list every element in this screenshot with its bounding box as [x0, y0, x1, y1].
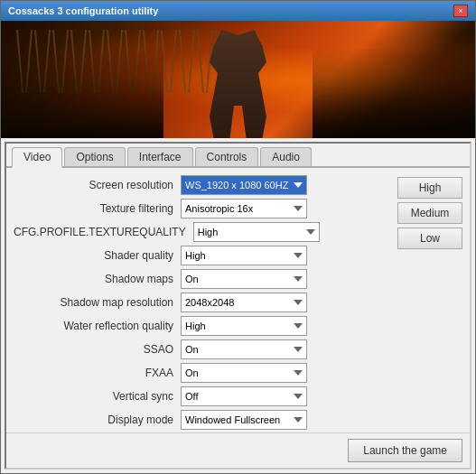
control-shadow-map-resolution: 2048x2048 1024x1024 512x512 [181, 293, 390, 312]
launch-button[interactable]: Launch the game [348, 439, 462, 462]
setting-row-screen-resolution: Screen resolution WS_1920 x 1080 60HZ 19… [14, 175, 390, 195]
setting-row-display-mode: Display mode Windowed Fullscreen Fullscr… [14, 410, 390, 430]
hero-image [1, 21, 475, 138]
inner-content: Video Options Interface Controls Audio S… [5, 142, 471, 469]
label-texture-filtering: Texture filtering [14, 202, 181, 215]
select-vertical-sync[interactable]: Off On [181, 386, 307, 406]
title-bar-controls: × [453, 5, 468, 17]
preset-low-button[interactable]: Low [397, 228, 462, 249]
label-shader-quality: Shader quality [14, 249, 181, 262]
select-display-mode[interactable]: Windowed Fullscreen Fullscreen Windowed [181, 410, 307, 430]
select-shader-quality[interactable]: High Medium Low [181, 246, 307, 265]
label-screen-resolution: Screen resolution [14, 179, 181, 191]
crowd-right [313, 48, 475, 138]
setting-row-ssao: SSAO On Off [14, 339, 390, 359]
control-fxaa: On Off [181, 363, 390, 383]
setting-row-shadow-maps: Shadow maps On Off [14, 269, 390, 289]
select-ssao[interactable]: On Off [181, 339, 307, 359]
setting-row-texture-quality: CFG.PROFILE.TEXTUREQUALITY High Medium L… [14, 222, 390, 242]
close-button[interactable]: × [453, 5, 468, 17]
main-area: Screen resolution WS_1920 x 1080 60HZ 19… [6, 168, 470, 432]
select-fxaa[interactable]: On Off [181, 363, 307, 383]
select-texture-filtering[interactable]: Anisotropic 16x Anisotropic 8x Bilinear [181, 199, 307, 218]
preset-high-button[interactable]: High [397, 177, 462, 199]
label-water-reflection-quality: Water reflection quality [14, 320, 181, 332]
control-shader-quality: High Medium Low [181, 246, 390, 265]
label-shadow-map-resolution: Shadow map resolution [14, 296, 181, 309]
control-water-reflection-quality: High Medium Low [181, 316, 390, 336]
label-texture-quality: CFG.PROFILE.TEXTUREQUALITY [14, 226, 193, 238]
control-display-mode: Windowed Fullscreen Fullscreen Windowed [181, 410, 390, 430]
label-vertical-sync: Vertical sync [14, 390, 181, 403]
setting-row-texture-filtering: Texture filtering Anisotropic 16x Anisot… [14, 199, 390, 218]
tabs-bar: Video Options Interface Controls Audio [6, 144, 470, 168]
settings-grid: Screen resolution WS_1920 x 1080 60HZ 19… [14, 175, 390, 425]
tab-video[interactable]: Video [12, 147, 62, 168]
bottom-bar: Launch the game [6, 432, 470, 468]
label-shadow-maps: Shadow maps [14, 273, 181, 285]
control-screen-resolution: WS_1920 x 1080 60HZ 1920 x 1080 60HZ 128… [181, 175, 390, 195]
control-texture-quality: High Medium Low [193, 222, 390, 242]
control-vertical-sync: Off On [181, 386, 390, 406]
setting-row-shadow-map-resolution: Shadow map resolution 2048x2048 1024x102… [14, 293, 390, 312]
tab-interface[interactable]: Interface [127, 147, 193, 166]
select-water-reflection-quality[interactable]: High Medium Low [181, 316, 307, 336]
control-texture-filtering: Anisotropic 16x Anisotropic 8x Bilinear [181, 199, 390, 218]
setting-row-water-reflection-quality: Water reflection quality High Medium Low [14, 316, 390, 336]
preset-medium-button[interactable]: Medium [397, 202, 462, 224]
title-bar: Cossacks 3 configuration utility × [1, 1, 475, 21]
tab-controls[interactable]: Controls [195, 147, 259, 166]
select-screen-resolution[interactable]: WS_1920 x 1080 60HZ 1920 x 1080 60HZ 128… [181, 175, 307, 195]
control-shadow-maps: On Off [181, 269, 390, 289]
setting-row-vertical-sync: Vertical sync Off On [14, 386, 390, 406]
setting-row-fxaa: FXAA On Off [14, 363, 390, 383]
label-display-mode: Display mode [14, 414, 181, 426]
tab-audio[interactable]: Audio [260, 147, 312, 166]
control-ssao: On Off [181, 339, 390, 359]
tab-options[interactable]: Options [64, 147, 125, 166]
label-ssao: SSAO [14, 343, 181, 356]
select-shadow-map-resolution[interactable]: 2048x2048 1024x1024 512x512 [181, 293, 307, 312]
select-texture-quality[interactable]: High Medium Low [193, 222, 320, 242]
label-fxaa: FXAA [14, 367, 181, 379]
main-window: Cossacks 3 configuration utility × Video… [0, 0, 476, 474]
window-title: Cossacks 3 configuration utility [8, 5, 158, 16]
setting-row-shader-quality: Shader quality High Medium Low [14, 246, 390, 265]
select-shadow-maps[interactable]: On Off [181, 269, 307, 289]
crowd-left [1, 48, 163, 138]
preset-buttons: High Medium Low [397, 175, 462, 425]
